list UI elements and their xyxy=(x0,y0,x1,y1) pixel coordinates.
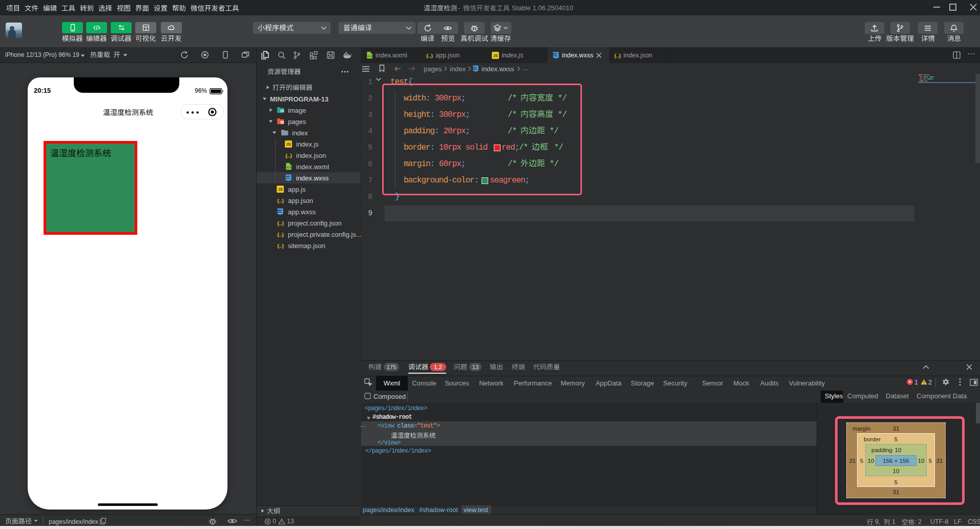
svg-text:{..}: {..} xyxy=(426,53,433,58)
svg-text:JS: JS xyxy=(278,188,283,191)
svg-text:<>: <> xyxy=(367,54,371,58)
svg-text:{..}: {..} xyxy=(277,243,284,249)
svg-text:{..}: {..} xyxy=(285,153,292,158)
svg-text:JS: JS xyxy=(286,143,291,146)
svg-text:JS: JS xyxy=(493,54,498,57)
svg-text:{..}: {..} xyxy=(277,220,284,226)
svg-text:{..}: {..} xyxy=(277,232,284,237)
svg-text:<>: <> xyxy=(281,121,283,124)
svg-text:{..}: {..} xyxy=(277,198,284,204)
svg-text:{..}: {..} xyxy=(614,53,621,58)
svg-text:<>: <> xyxy=(286,166,290,169)
